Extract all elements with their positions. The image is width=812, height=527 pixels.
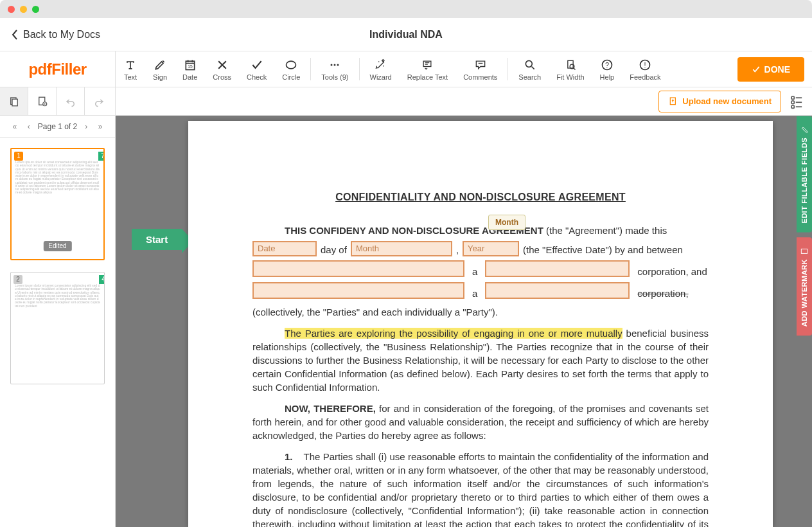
page-last[interactable]: » [95, 122, 105, 131]
svg-point-5 [337, 64, 339, 66]
replace-icon [420, 58, 434, 72]
tool-groups: Text Sign 15Date Cross Check Circle Tool… [116, 51, 730, 87]
help-tool[interactable]: ?Help [592, 51, 622, 87]
toolbar-divider [508, 58, 508, 80]
document-canvas[interactable]: Start Please, check this paragraph caref… [116, 116, 812, 527]
highlighted-text: The Parties are exploring the possibilit… [285, 328, 622, 339]
date-field[interactable]: Date [252, 241, 317, 256]
svg-point-22 [791, 96, 795, 99]
page-1: Month CONFIDENTIALITY AND NON-DISCLOSURE… [188, 121, 773, 527]
thumb-badge: 7 [98, 152, 105, 161]
sliders-icon [788, 93, 806, 111]
page-first[interactable]: « [10, 122, 20, 131]
fit-width-icon [563, 58, 578, 72]
comments-tool[interactable]: Comments [455, 51, 505, 87]
page-prev[interactable]: ‹ [24, 122, 34, 131]
pages-panel-toggle[interactable] [0, 87, 28, 115]
circle-tool[interactable]: Circle [274, 51, 308, 87]
svg-rect-17 [12, 99, 17, 106]
feedback-icon: ! [638, 58, 652, 72]
feedback-tool[interactable]: !Feedback [622, 51, 668, 87]
window-max-dot[interactable] [32, 6, 39, 13]
wizard-icon [374, 58, 388, 72]
party-1-name-field[interactable] [252, 260, 464, 277]
fit-width-tool[interactable]: Fit Width [549, 51, 592, 87]
window-close-dot[interactable] [8, 6, 15, 13]
done-button[interactable]: DONE [737, 57, 804, 82]
thumb-num: 2 [13, 275, 22, 284]
svg-point-24 [791, 105, 795, 108]
page-settings-button[interactable] [28, 87, 57, 115]
back-label: Back to My Docs [23, 29, 100, 40]
svg-point-3 [331, 64, 333, 66]
back-button[interactable]: Back to My Docs [0, 29, 112, 40]
replace-text-tool[interactable]: Replace Text [400, 51, 455, 87]
svg-text:!: ! [644, 61, 646, 69]
text-tool[interactable]: Text [116, 51, 145, 87]
party-2-type-field[interactable] [485, 282, 630, 299]
thumbnail-page-1[interactable]: 1 7 Edited Lorem ipsum dolor sit amet co… [10, 148, 105, 260]
text-icon [123, 58, 137, 72]
pager: « ‹ Page 1 of 2 › » [0, 116, 115, 138]
wizard-tool[interactable]: Wizard [362, 51, 400, 87]
thumb-badge: 4 [99, 275, 105, 284]
add-watermark-tab[interactable]: ADD WATERMARK [797, 237, 812, 335]
search-icon [523, 58, 537, 72]
brand-logo: pdfFiller [28, 60, 86, 78]
page-next[interactable]: › [81, 122, 91, 131]
start-flag[interactable]: Start [132, 229, 182, 250]
party-2-name-field[interactable] [252, 282, 464, 299]
party-row-2: a corporation, [252, 282, 709, 299]
page-gear-icon [37, 96, 48, 107]
svg-point-2 [287, 61, 296, 69]
party-1-type-field[interactable] [485, 260, 630, 277]
view-settings-button[interactable] [788, 93, 806, 111]
done-wrap: DONE [730, 51, 812, 87]
check-tool[interactable]: Check [239, 51, 274, 87]
thumbnails: 1 7 Edited Lorem ipsum dolor sit amet co… [0, 138, 115, 527]
cross-tool[interactable]: Cross [205, 51, 239, 87]
edit-fields-tab[interactable]: EDIT FILLABLE FIELDS [797, 116, 812, 232]
doc-title: CONFIDENTIALITY AND NON-DISCLOSURE AGREE… [252, 192, 709, 203]
thumb-num: 1 [14, 152, 23, 161]
window-chrome [0, 0, 812, 18]
sec-right: Upload new document [116, 87, 812, 115]
undo-button[interactable] [57, 87, 85, 115]
business-para: The Parties are exploring the possibilit… [252, 326, 709, 394]
svg-point-20 [44, 103, 45, 104]
thumb-preview-text: Lorem ipsum dolor sit amet consectetur a… [15, 161, 100, 195]
svg-point-23 [791, 100, 795, 103]
svg-text:?: ? [605, 61, 609, 69]
parties-para: (collectively, the "Parties" and each in… [252, 305, 709, 319]
month-field[interactable]: Month [351, 241, 452, 256]
pages-icon [8, 96, 20, 107]
comment-icon [473, 58, 488, 72]
upload-document-button[interactable]: Upload new document [658, 91, 781, 112]
thumb-preview-text: Lorem ipsum dolor sit amet consectetur a… [15, 284, 100, 308]
svg-point-6 [383, 65, 384, 66]
search-tool[interactable]: Search [511, 51, 549, 87]
chevron-left-icon [12, 30, 18, 40]
check-icon [752, 65, 761, 74]
logo-cell: pdfFiller [0, 51, 116, 87]
redo-icon [93, 96, 105, 107]
tools-menu[interactable]: Tools (9) [313, 51, 356, 87]
now-therefore-para: NOW, THEREFORE, for and in consideration… [252, 402, 709, 442]
secondary-bar: Upload new document [0, 87, 812, 116]
thumbnail-page-2[interactable]: 2 4 Lorem ipsum dolor sit amet consectet… [10, 272, 105, 384]
struck-text: corporation, [637, 288, 688, 299]
intro-para: THIS CONFIDENY AND NON-DISCLOSURE AGREEM… [252, 219, 709, 237]
page-indicator: Page 1 of 2 [38, 122, 77, 131]
year-field[interactable]: Year [463, 241, 519, 256]
svg-point-9 [525, 60, 532, 67]
redo-button[interactable] [85, 87, 113, 115]
date-row: Date day of Month , Year (the "Effective… [252, 240, 709, 255]
undo-icon [65, 96, 76, 107]
sign-tool[interactable]: Sign [145, 51, 175, 87]
window-min-dot[interactable] [20, 6, 27, 13]
header-bar: Back to My Docs Individual NDA [0, 18, 812, 51]
thumb-edited-label: Edited [43, 241, 71, 251]
date-tool[interactable]: 15Date [175, 51, 205, 87]
svg-point-4 [334, 64, 336, 66]
sidebar: « ‹ Page 1 of 2 › » 1 7 Edited Lorem ips… [0, 116, 116, 527]
